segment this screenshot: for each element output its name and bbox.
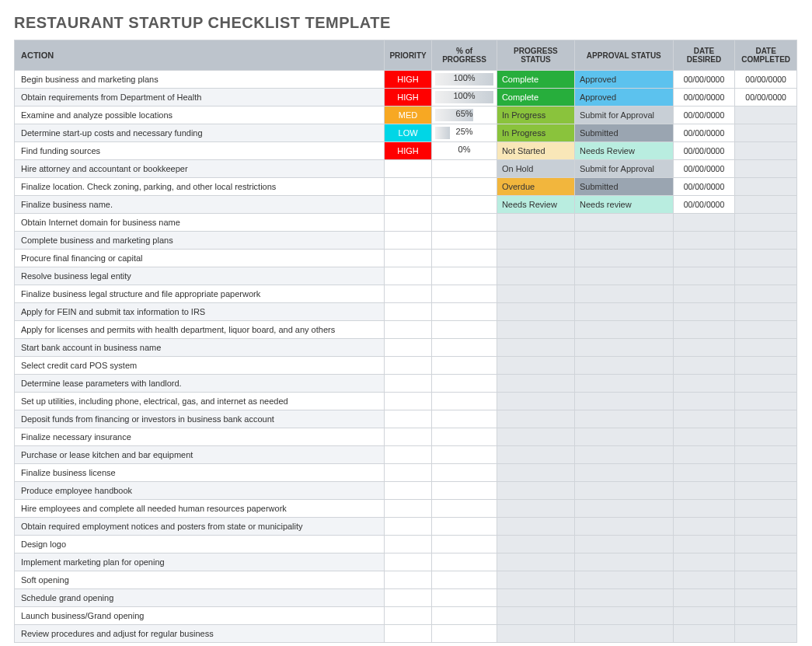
- date-desired-cell[interactable]: [673, 303, 735, 321]
- progress-status-cell[interactable]: In Progress: [497, 124, 574, 142]
- action-cell[interactable]: Schedule grand opening: [15, 589, 385, 607]
- progress-cell[interactable]: 25%: [432, 124, 497, 142]
- priority-cell[interactable]: [384, 464, 431, 482]
- action-cell[interactable]: Finalize business legal structure and fi…: [15, 285, 385, 303]
- approval-status-cell[interactable]: [575, 446, 674, 464]
- progress-status-cell[interactable]: [497, 625, 574, 643]
- priority-cell[interactable]: [384, 214, 431, 232]
- action-cell[interactable]: Produce employee handbook: [15, 482, 385, 500]
- date-desired-cell[interactable]: 00/00/0000: [673, 71, 735, 89]
- action-cell[interactable]: Find funding sources: [15, 142, 385, 160]
- action-cell[interactable]: Apply for FEIN and submit tax informatio…: [15, 303, 385, 321]
- progress-status-cell[interactable]: [497, 339, 574, 357]
- action-cell[interactable]: Deposit funds from financing or investor…: [15, 410, 385, 428]
- progress-status-cell[interactable]: [497, 589, 574, 607]
- progress-status-cell[interactable]: [497, 303, 574, 321]
- approval-status-cell[interactable]: Approved: [575, 89, 674, 107]
- progress-cell[interactable]: [432, 375, 497, 393]
- approval-status-cell[interactable]: [575, 464, 674, 482]
- approval-status-cell[interactable]: [575, 428, 674, 446]
- progress-cell[interactable]: [432, 285, 497, 303]
- date-completed-cell[interactable]: [735, 589, 797, 607]
- progress-cell[interactable]: [432, 446, 497, 464]
- approval-status-cell[interactable]: [575, 536, 674, 553]
- date-desired-cell[interactable]: [673, 321, 735, 339]
- progress-cell[interactable]: [432, 267, 497, 285]
- date-completed-cell[interactable]: [735, 160, 797, 178]
- progress-cell[interactable]: 65%: [432, 107, 497, 124]
- priority-cell[interactable]: HIGH: [384, 142, 431, 160]
- action-cell[interactable]: Soft opening: [15, 571, 385, 589]
- progress-status-cell[interactable]: [497, 393, 574, 410]
- action-cell[interactable]: Hire attorney and accountant or bookkeep…: [15, 160, 385, 178]
- progress-status-cell[interactable]: [497, 536, 574, 553]
- date-desired-cell[interactable]: [673, 410, 735, 428]
- date-desired-cell[interactable]: [673, 393, 735, 410]
- action-cell[interactable]: Finalize necessary insurance: [15, 428, 385, 446]
- progress-status-cell[interactable]: On Hold: [497, 160, 574, 178]
- approval-status-cell[interactable]: [575, 500, 674, 518]
- date-desired-cell[interactable]: [673, 339, 735, 357]
- approval-status-cell[interactable]: [575, 571, 674, 589]
- progress-cell[interactable]: [432, 428, 497, 446]
- progress-status-cell[interactable]: [497, 375, 574, 393]
- progress-status-cell[interactable]: [497, 250, 574, 267]
- approval-status-cell[interactable]: Submitted: [575, 124, 674, 142]
- date-completed-cell[interactable]: [735, 232, 797, 250]
- progress-cell[interactable]: [432, 178, 497, 196]
- date-completed-cell[interactable]: [735, 303, 797, 321]
- action-cell[interactable]: Apply for licenses and permits with heal…: [15, 321, 385, 339]
- date-completed-cell[interactable]: [735, 518, 797, 536]
- date-completed-cell[interactable]: [735, 214, 797, 232]
- date-desired-cell[interactable]: [673, 232, 735, 250]
- progress-cell[interactable]: [432, 196, 497, 214]
- date-desired-cell[interactable]: [673, 500, 735, 518]
- progress-cell[interactable]: [432, 464, 497, 482]
- approval-status-cell[interactable]: [575, 232, 674, 250]
- action-cell[interactable]: Set up utilities, including phone, elect…: [15, 393, 385, 410]
- progress-cell[interactable]: [432, 553, 497, 571]
- date-completed-cell[interactable]: [735, 553, 797, 571]
- progress-cell[interactable]: 0%: [432, 142, 497, 160]
- date-completed-cell[interactable]: [735, 375, 797, 393]
- date-desired-cell[interactable]: [673, 375, 735, 393]
- progress-cell[interactable]: [432, 410, 497, 428]
- date-completed-cell[interactable]: [735, 178, 797, 196]
- action-cell[interactable]: Obtain Internet domain for business name: [15, 214, 385, 232]
- date-completed-cell[interactable]: 00/00/0000: [735, 89, 797, 107]
- progress-cell[interactable]: [432, 518, 497, 536]
- progress-status-cell[interactable]: [497, 553, 574, 571]
- approval-status-cell[interactable]: Submit for Approval: [575, 160, 674, 178]
- approval-status-cell[interactable]: [575, 553, 674, 571]
- progress-status-cell[interactable]: [497, 321, 574, 339]
- action-cell[interactable]: Obtain required employment notices and p…: [15, 518, 385, 536]
- progress-status-cell[interactable]: [497, 518, 574, 536]
- progress-status-cell[interactable]: In Progress: [497, 107, 574, 124]
- priority-cell[interactable]: [384, 446, 431, 464]
- date-completed-cell[interactable]: [735, 625, 797, 643]
- date-completed-cell[interactable]: [735, 607, 797, 625]
- date-desired-cell[interactable]: [673, 285, 735, 303]
- approval-status-cell[interactable]: [575, 625, 674, 643]
- progress-status-cell[interactable]: Complete: [497, 89, 574, 107]
- date-completed-cell[interactable]: [735, 536, 797, 553]
- action-cell[interactable]: Finalize business name.: [15, 196, 385, 214]
- date-desired-cell[interactable]: 00/00/0000: [673, 89, 735, 107]
- progress-status-cell[interactable]: [497, 410, 574, 428]
- action-cell[interactable]: Examine and analyze possible locations: [15, 107, 385, 124]
- action-cell[interactable]: Determine start-up costs and necessary f…: [15, 124, 385, 142]
- priority-cell[interactable]: [384, 607, 431, 625]
- progress-status-cell[interactable]: [497, 428, 574, 446]
- date-desired-cell[interactable]: 00/00/0000: [673, 107, 735, 124]
- progress-status-cell[interactable]: Not Started: [497, 142, 574, 160]
- progress-cell[interactable]: [432, 321, 497, 339]
- action-cell[interactable]: Determine lease parameters with landlord…: [15, 375, 385, 393]
- priority-cell[interactable]: [384, 500, 431, 518]
- date-desired-cell[interactable]: [673, 607, 735, 625]
- priority-cell[interactable]: [384, 482, 431, 500]
- date-completed-cell[interactable]: [735, 500, 797, 518]
- progress-status-cell[interactable]: [497, 267, 574, 285]
- progress-status-cell[interactable]: [497, 500, 574, 518]
- priority-cell[interactable]: [384, 589, 431, 607]
- date-desired-cell[interactable]: [673, 464, 735, 482]
